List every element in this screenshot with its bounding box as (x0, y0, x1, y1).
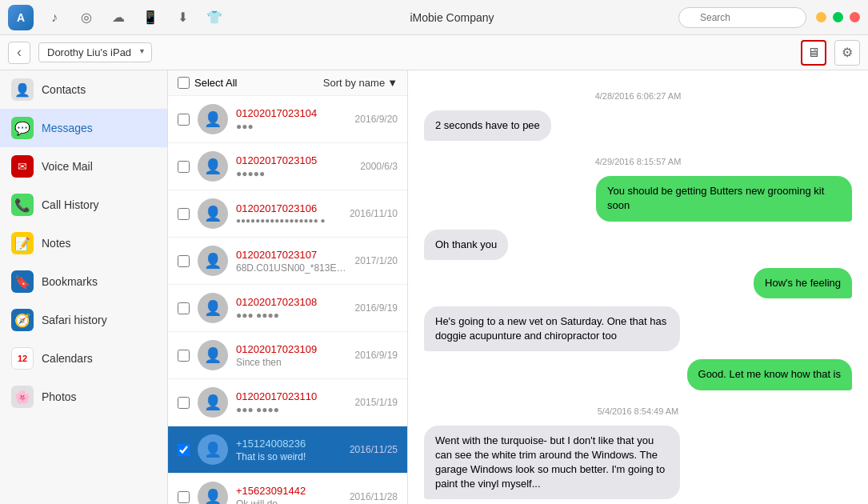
message-timestamp: 5/4/2016 8:54:49 AM (424, 406, 852, 416)
select-all-checkbox[interactable] (178, 77, 190, 89)
list-item[interactable]: 👤 01202017023106 ●●●●●●●●●●●●●●●●● ● 201… (168, 190, 407, 238)
contact-info: 01202017023108 ●●● ●●●● (236, 296, 347, 321)
calendars-icon: 12 (11, 347, 34, 370)
back-icon: ‹ (17, 44, 22, 61)
contact-number: 01202017023108 (236, 296, 347, 308)
item-checkbox[interactable] (178, 491, 190, 503)
contact-info: 01202017023106 ●●●●●●●●●●●●●●●●● ● (236, 202, 342, 225)
message-bubble: Went with the turquoise- but I don't lik… (424, 426, 680, 500)
sidebar-label-calendars: Calendars (42, 352, 93, 365)
contact-sub: ●●● ●●●● (236, 310, 347, 321)
sidebar-item-safari[interactable]: 🧭 Safari history (0, 301, 167, 339)
item-checkbox[interactable] (178, 444, 190, 456)
sidebar-item-voicemail[interactable]: ✉ Voice Mail (0, 147, 167, 186)
avatar: 👤 (198, 198, 228, 229)
contact-number: 01202017023107 (236, 249, 347, 261)
sidebar-label-messages: Messages (42, 122, 93, 134)
item-checkbox[interactable] (178, 350, 190, 362)
contact-info: +15124008236 That is so weird! (236, 438, 342, 462)
back-button[interactable]: ‹ (8, 42, 30, 64)
maximize-button[interactable] (833, 12, 843, 22)
sidebar-item-photos[interactable]: 🌸 Photos (0, 378, 167, 416)
item-checkbox[interactable] (178, 208, 190, 220)
message-row: 2 seconds have to pee (424, 110, 852, 141)
device-selector[interactable]: Dorothy Liu's iPad (38, 42, 152, 62)
contact-info: +15623091442 Ok will do (236, 485, 342, 505)
item-checkbox[interactable] (178, 114, 190, 126)
contact-sub: ●●● (236, 121, 347, 132)
sidebar-item-messages[interactable]: 💬 Messages (0, 109, 167, 147)
list-item[interactable]: 👤 01202017023107 68D.C01USN00_*813E39245… (168, 238, 407, 285)
message-bubble: How's he feeling (754, 268, 852, 298)
message-bubble: He's going to a new vet on Saturday. One… (424, 306, 680, 351)
export-icon: 🖥 (807, 46, 820, 60)
message-bubble: 2 seconds have to pee (424, 110, 551, 141)
download-icon[interactable]: ⬇ (171, 6, 194, 29)
list-item[interactable]: 👤 01202017023108 ●●● ●●●● 2016/9/19 (168, 285, 407, 332)
bookmarks-icon: 🔖 (11, 270, 34, 293)
contact-info: 01202017023110 ●●● ●●●● (236, 390, 347, 415)
close-button[interactable] (850, 12, 860, 22)
avatar: 👤 (198, 482, 228, 504)
sort-button[interactable]: Sort by name ▼ (323, 77, 398, 89)
contacts-icon: 👤 (11, 78, 34, 101)
item-checkbox[interactable] (178, 161, 190, 173)
device-icon[interactable]: 📱 (139, 6, 162, 29)
sidebar-label-voicemail: Voice Mail (42, 160, 93, 173)
message-row: How's he feeling (424, 268, 852, 298)
ring-icon[interactable]: ◎ (75, 6, 98, 29)
music-icon[interactable]: ♪ (43, 6, 66, 29)
list-item[interactable]: 👤 01202017023110 ●●● ●●●● 2015/1/19 (168, 379, 407, 426)
messages-icon: 💬 (11, 117, 34, 139)
contact-sub: ●●● ●●●● (236, 404, 347, 415)
app-icon: A (8, 5, 34, 30)
avatar: 👤 (198, 151, 228, 182)
contact-date: 2016/9/19 (355, 302, 398, 314)
message-row: You should be getting Butters new groomi… (424, 176, 852, 221)
sidebar-item-notes[interactable]: 📝 Notes (0, 224, 167, 262)
contact-sub: ●●●●●●●●●●●●●●●●● ● (236, 216, 342, 225)
export-button[interactable]: 🖥 (801, 40, 826, 66)
list-item[interactable]: 👤 01202017023109 Since then 2016/9/19 (168, 332, 407, 379)
contact-list: Select All Sort by name ▼ 👤 012020170231… (168, 70, 408, 504)
avatar: 👤 (198, 387, 228, 418)
list-item[interactable]: 👤 01202017023105 ●●●●● 2000/6/3 (168, 143, 407, 190)
safari-icon: 🧭 (11, 309, 34, 331)
list-header: Select All Sort by name ▼ (168, 70, 407, 96)
sidebar-label-photos: Photos (42, 390, 77, 403)
contact-number: +15623091442 (236, 485, 342, 497)
settings-button[interactable]: ⚙ (834, 40, 860, 66)
contact-number: 01202017023110 (236, 390, 347, 402)
sidebar-item-callhistory[interactable]: 📞 Call History (0, 186, 167, 224)
contact-date: 2000/6/3 (360, 161, 398, 172)
contact-date: 2016/11/28 (350, 491, 398, 502)
item-checkbox[interactable] (178, 302, 190, 314)
chat-panel: 4/28/2016 6:06:27 AM 2 seconds have to p… (408, 70, 868, 504)
item-checkbox[interactable] (178, 397, 190, 409)
sidebar-item-bookmarks[interactable]: 🔖 Bookmarks (0, 262, 167, 301)
photos-icon: 🌸 (11, 386, 34, 408)
cloud-icon[interactable]: ☁ (107, 6, 130, 29)
minimize-button[interactable] (816, 12, 826, 22)
avatar: 👤 (198, 293, 228, 323)
sidebar-label-bookmarks: Bookmarks (42, 275, 98, 288)
message-bubble: Good. Let me know how that is (687, 359, 852, 390)
contact-date: 2017/1/20 (355, 255, 398, 266)
sidebar-item-contacts[interactable]: 👤 Contacts (0, 70, 167, 109)
tshirt-icon[interactable]: 👕 (203, 6, 226, 29)
list-item[interactable]: 👤 01202017023104 ●●● 2016/9/20 (168, 96, 407, 143)
search-input[interactable] (678, 7, 806, 28)
contact-info: 01202017023105 ●●●●● (236, 154, 352, 179)
gear-icon: ⚙ (842, 45, 853, 60)
callhistory-icon: 📞 (11, 194, 34, 216)
message-row: Good. Let me know how that is (424, 359, 852, 390)
sort-icon: ▼ (387, 77, 398, 89)
sidebar: 👤 Contacts 💬 Messages ✉ Voice Mail 📞 Cal… (0, 70, 168, 504)
item-checkbox[interactable] (178, 255, 190, 267)
sidebar-label-safari: Safari history (42, 314, 107, 326)
list-item[interactable]: 👤 +15124008236 That is so weird! 2016/11… (168, 426, 407, 474)
contact-items: 👤 01202017023104 ●●● 2016/9/20 👤 0120201… (168, 96, 407, 504)
sidebar-item-calendars[interactable]: 12 Calendars (0, 339, 167, 378)
message-row: Oh thank you (424, 230, 852, 260)
list-item[interactable]: 👤 +15623091442 Ok will do 2016/11/28 (168, 474, 407, 504)
